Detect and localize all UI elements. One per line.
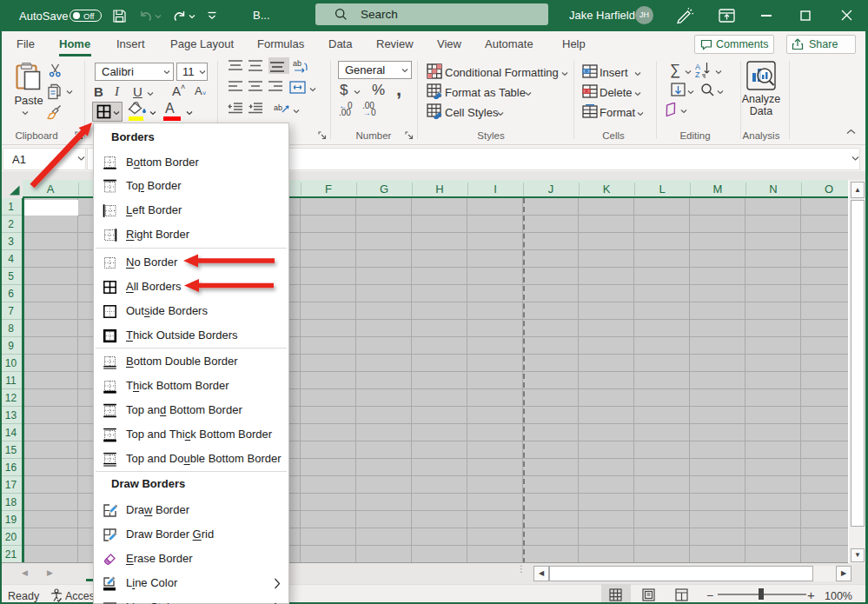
svg-text:Z: Z	[695, 70, 700, 78]
svg-text:ab: ab	[293, 59, 301, 68]
svg-text:A: A	[695, 63, 700, 71]
svg-text:ab: ab	[274, 103, 282, 112]
